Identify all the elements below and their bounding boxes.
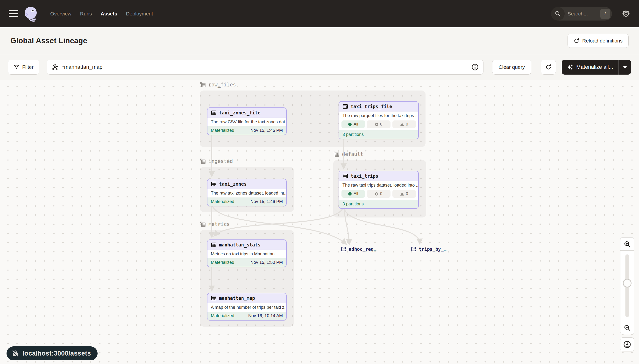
- green-dot-icon: [348, 122, 352, 126]
- asset-description: The raw CSV file for the taxi zones dat.…: [207, 118, 286, 126]
- insecure-lock-icon: [11, 350, 19, 357]
- asset-node-header: taxi_zones: [207, 179, 286, 189]
- filter-button[interactable]: Filter: [8, 60, 39, 74]
- search-input[interactable]: [565, 11, 600, 17]
- external-link-icon: [341, 246, 346, 252]
- triangle-icon: [400, 192, 404, 196]
- group-label-raw-files[interactable]: raw_files: [200, 82, 236, 88]
- primary-nav: Overview Runs Assets Deployment: [50, 11, 153, 17]
- group-icon: [333, 151, 340, 158]
- download-image-button[interactable]: [620, 338, 634, 352]
- refresh-icon: [545, 64, 551, 70]
- table-icon: [211, 242, 217, 248]
- top-navbar: Overview Runs Assets Deployment /: [0, 0, 639, 27]
- page-header: Global Asset Lineage Reload definitions: [0, 27, 639, 54]
- zoom-in-button[interactable]: [620, 238, 634, 250]
- materialization-timestamp: Nov 16, 10:14 AM: [248, 313, 283, 318]
- partitions-failed-pill[interactable]: 0: [367, 120, 390, 128]
- refresh-icon: [573, 38, 579, 44]
- triangle-icon: [400, 123, 404, 126]
- group-label-ingested[interactable]: ingested: [200, 158, 233, 164]
- status-badge: Materialized: [211, 128, 234, 133]
- asset-node-header: manhattan_map: [207, 293, 286, 303]
- asset-description: Metrics on taxi trips in Manhattan: [207, 250, 286, 258]
- group-label-default[interactable]: default: [333, 151, 363, 158]
- hamburger-menu-icon[interactable]: [9, 10, 18, 18]
- asset-status-footer: Materialized Nov 15, 1:50 PM: [207, 258, 286, 267]
- materialize-all-button[interactable]: Materialize all...: [562, 60, 618, 74]
- download-icon: [623, 340, 631, 348]
- asset-node-header: taxi_trips: [339, 171, 418, 181]
- search-shortcut-badge: /: [600, 9, 610, 19]
- ring-icon: [375, 123, 378, 126]
- asset-node-taxi-zones-file[interactable]: taxi_zones_file The raw CSV file for the…: [207, 108, 287, 135]
- sparkle-icon: [567, 64, 573, 70]
- table-icon: [342, 173, 348, 179]
- asset-status-footer: Materialized Nov 16, 10:14 AM: [207, 312, 286, 320]
- asset-status-footer: Materialized Nov 15, 1:46 PM: [207, 126, 286, 135]
- nav-overview[interactable]: Overview: [50, 11, 72, 17]
- partitions-failed-pill[interactable]: 0: [367, 190, 390, 198]
- asset-node-manhattan-stats[interactable]: manhattan_stats Metrics on taxi trips in…: [207, 240, 287, 267]
- external-asset-trips-by-week[interactable]: trips_by_…: [411, 246, 446, 252]
- asset-node-header: taxi_trips_file: [339, 102, 418, 111]
- nav-assets[interactable]: Assets: [101, 11, 117, 17]
- table-icon: [211, 295, 217, 301]
- partitions-materialized-pill[interactable]: All: [341, 120, 365, 128]
- page-title: Global Asset Lineage: [11, 36, 87, 45]
- group-icon: [200, 82, 206, 88]
- reload-definitions-button[interactable]: Reload definitions: [567, 34, 628, 48]
- asset-node-taxi-zones[interactable]: taxi_zones The raw taxi zones dataset, l…: [207, 178, 287, 206]
- ring-icon: [375, 192, 378, 196]
- asset-node-taxi-trips-file[interactable]: taxi_trips_file The raw parquet files fo…: [339, 101, 419, 139]
- url-text: localhost:3000/assets: [23, 350, 91, 357]
- lineage-canvas[interactable]: raw_files ingested default metrics: [0, 80, 639, 364]
- materialize-all-split-button[interactable]: Materialize all...: [562, 60, 631, 74]
- browser-url-badge: localhost:3000/assets: [7, 346, 98, 360]
- partitions-count: 3 partitions: [342, 202, 364, 206]
- asset-node-taxi-trips[interactable]: taxi_trips The raw taxi trips dataset, l…: [339, 171, 419, 209]
- global-search[interactable]: /: [551, 7, 612, 20]
- partitions-materialized-pill[interactable]: All: [341, 190, 365, 198]
- settings-gear-icon[interactable]: [621, 10, 630, 18]
- funnel-icon: [14, 64, 19, 70]
- info-icon[interactable]: [471, 63, 479, 71]
- status-badge: Materialized: [211, 260, 234, 265]
- partition-health-row: All 0 0: [339, 120, 418, 130]
- refresh-graph-button[interactable]: [541, 60, 556, 74]
- asset-status-footer: 3 partitions: [339, 200, 418, 208]
- partitions-missing-pill[interactable]: 0: [392, 120, 416, 128]
- asset-description: A map of the number of trips per taxi z.…: [207, 303, 286, 312]
- nav-deployment[interactable]: Deployment: [126, 11, 153, 17]
- external-asset-adhoc-request[interactable]: adhoc_req…: [341, 246, 376, 252]
- group-icon: [200, 221, 206, 228]
- asset-node-header: manhattan_stats: [207, 240, 286, 250]
- materialization-timestamp: Nov 15, 1:46 PM: [250, 128, 283, 133]
- asset-description: The raw taxi zones dataset, loaded int..…: [207, 189, 286, 198]
- table-icon: [211, 110, 217, 116]
- nav-runs[interactable]: Runs: [80, 11, 92, 17]
- materialize-dropdown-toggle[interactable]: [618, 60, 631, 74]
- partitions-count: 3 partitions: [342, 132, 364, 137]
- asset-status-footer: Materialized Nov 15, 1:46 PM: [207, 198, 286, 206]
- dagster-logo[interactable]: [23, 6, 39, 22]
- status-badge: Materialized: [211, 199, 234, 204]
- asset-description: The raw taxi trips dataset, loaded into …: [339, 181, 418, 190]
- external-link-icon: [411, 246, 416, 252]
- partitions-missing-pill[interactable]: 0: [392, 190, 416, 198]
- asset-query-input[interactable]: [59, 64, 471, 70]
- zoom-slider[interactable]: [620, 250, 634, 321]
- lineage-toolbar: Filter Clear query Materialize all...: [0, 54, 639, 80]
- group-label-metrics[interactable]: metrics: [200, 221, 230, 228]
- asset-node-header: taxi_zones_file: [207, 108, 286, 118]
- asset-query-field[interactable]: [47, 60, 483, 74]
- table-icon: [211, 181, 217, 187]
- zoom-out-button[interactable]: [620, 321, 634, 334]
- zoom-out-icon: [623, 324, 631, 332]
- asset-node-manhattan-map[interactable]: manhattan_map A map of the number of tri…: [207, 293, 287, 320]
- clear-query-button[interactable]: Clear query: [492, 60, 531, 74]
- table-icon: [342, 104, 348, 109]
- asset-description: The raw parquet files for the taxi trips…: [339, 111, 418, 120]
- materialization-timestamp: Nov 15, 1:50 PM: [250, 260, 283, 265]
- zoom-slider-thumb[interactable]: [623, 279, 631, 288]
